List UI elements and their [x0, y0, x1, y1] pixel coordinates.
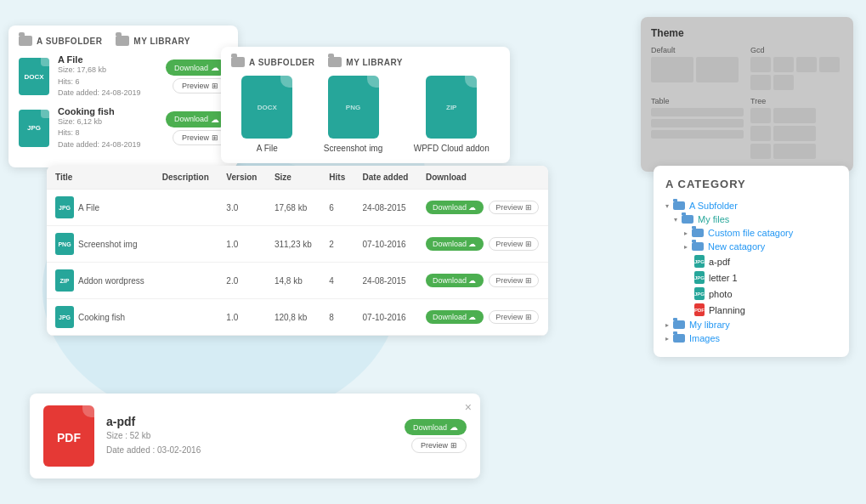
preview-btn[interactable]: Preview ⊞: [489, 274, 539, 287]
download-btn[interactable]: Download ☁: [426, 310, 484, 324]
tree-item[interactable]: ▸ My library: [665, 318, 837, 331]
png-large-icon: PNG: [328, 76, 379, 139]
table-cell-download: Download ☁ Preview ⊞: [417, 263, 548, 299]
card-icon-grid-header: A SUBFOLDER MY LIBRARY: [231, 57, 500, 67]
preview-btn[interactable]: Preview ⊞: [489, 237, 539, 251]
jpg-icon: JPG: [19, 110, 49, 147]
pdf-info: Size : 52 kb Date added : 03-02-2016: [106, 428, 393, 457]
icon-file-zip[interactable]: ZIP WPFD Cloud addon: [414, 76, 490, 153]
file-name-2: Cooking fish: [58, 106, 157, 116]
tree-item[interactable]: ▸ New catagory: [665, 240, 837, 253]
theme-default-label: Default: [651, 46, 744, 54]
download-btn[interactable]: Download ☁: [426, 274, 484, 287]
docx-icon: DOCX: [19, 58, 49, 95]
theme-box[interactable]: [773, 108, 816, 123]
tree-label: Planning: [709, 305, 745, 315]
table-row: JPG Cooking fish 1.0 120,8 kb 8 07-10-20…: [47, 299, 548, 336]
file-name: Addon wordpress: [78, 276, 144, 286]
table-header-row: Title Description Version Size Hits Date…: [47, 166, 548, 190]
theme-box[interactable]: [773, 144, 816, 159]
tree-item[interactable]: ▾ My files: [665, 212, 837, 226]
card-icon-grid: A SUBFOLDER MY LIBRARY DOCX A File PNG S…: [221, 47, 510, 163]
file-row-2: JPG Cooking fish Size: 6,12 kb Hits: 8 D…: [19, 106, 228, 151]
expand-icon-2: ⊞: [212, 133, 218, 142]
folder-icon: [231, 57, 245, 67]
tree-arrow: ▸: [684, 229, 688, 237]
icon-grid: DOCX A File PNG Screenshot img ZIP WPFD …: [231, 76, 500, 153]
table-row: PNG Screenshot img 1.0 311,23 kb 2 07-10…: [47, 226, 548, 263]
download-button-2[interactable]: Download ☁: [166, 111, 228, 127]
table-cell-size: 17,68 kb: [266, 190, 320, 226]
theme-box[interactable]: [773, 75, 794, 90]
theme-tree-label: Tree: [750, 97, 843, 105]
expand-icon: ⊞: [212, 82, 218, 90]
tree-item[interactable]: ▸ Custom file catagory: [665, 226, 837, 240]
table-cell-download: Download ☁ Preview ⊞: [417, 226, 548, 263]
tree-label: My files: [698, 214, 729, 224]
tree-item[interactable]: JPGa-pdf: [665, 253, 837, 269]
theme-box[interactable]: [750, 144, 771, 159]
library-label: MY LIBRARY: [133, 37, 190, 46]
card-small-list-header: A SUBFOLDER MY LIBRARY: [19, 36, 228, 46]
col-hits: Hits: [320, 166, 354, 190]
theme-box[interactable]: [773, 126, 816, 141]
file-name: Cooking fish: [78, 313, 125, 322]
table-cell-download: Download ☁ Preview ⊞: [417, 299, 548, 336]
icon-grid-subfolder-tag: A SUBFOLDER: [231, 57, 314, 67]
theme-box[interactable]: [696, 57, 739, 82]
close-button[interactable]: ×: [465, 400, 472, 414]
table-cell-date: 07-10-2016: [354, 226, 417, 263]
tree-arrow: ▸: [665, 335, 669, 343]
tree-item[interactable]: JPGletter 1: [665, 269, 837, 286]
folder-icon: [116, 36, 129, 46]
subfolder-tag: A SUBFOLDER: [19, 36, 102, 46]
category-title: A CATEGORY: [665, 178, 837, 190]
theme-box[interactable]: [651, 119, 744, 127]
pdf-preview-button[interactable]: Preview ⊞: [411, 438, 467, 453]
file-type-icon: JPG: [55, 306, 74, 328]
theme-box[interactable]: [750, 75, 771, 90]
table-cell-name: JPG Cooking fish: [47, 299, 154, 336]
file-type-icon: ZIP: [55, 269, 74, 292]
table-cell-date: 07-10-2016: [354, 299, 417, 336]
theme-table-label: Table: [651, 97, 744, 105]
preview-btn[interactable]: Preview ⊞: [489, 310, 539, 324]
folder-icon: [19, 36, 32, 46]
download-btn[interactable]: Download ☁: [426, 237, 484, 251]
theme-box[interactable]: [819, 57, 840, 72]
tree-item[interactable]: ▸ Images: [665, 331, 837, 345]
table-cell-desc: [154, 190, 218, 226]
theme-box[interactable]: [750, 126, 771, 141]
table-cell-date: 24-08-2015: [354, 190, 417, 226]
theme-box[interactable]: [651, 108, 744, 116]
tree-item[interactable]: PDFPlanning: [665, 302, 837, 318]
zip-large-icon: ZIP: [426, 76, 477, 139]
file-icon: JPG: [694, 287, 705, 300]
download-button-1[interactable]: Download ☁: [166, 59, 228, 76]
theme-box[interactable]: [651, 130, 744, 139]
download-btn[interactable]: Download ☁: [426, 201, 484, 214]
pdf-download-button[interactable]: Download ☁: [405, 419, 467, 435]
table-cell-name: JPG A File: [47, 190, 154, 226]
tree-item[interactable]: JPGphoto: [665, 286, 837, 302]
theme-box[interactable]: [651, 57, 693, 82]
preview-btn[interactable]: Preview ⊞: [489, 201, 539, 214]
tree-arrow: ▸: [665, 321, 669, 329]
theme-box[interactable]: [796, 57, 817, 72]
tree-item[interactable]: ▾ A Subfolder: [665, 199, 837, 212]
icon-file-docx[interactable]: DOCX A File: [241, 76, 292, 153]
preview-button-1[interactable]: Preview ⊞: [173, 78, 228, 93]
card-small-list: A SUBFOLDER MY LIBRARY DOCX A File Size:…: [8, 25, 238, 167]
preview-button-2[interactable]: Preview ⊞: [173, 130, 228, 145]
file-meta-1: A File Size: 17,68 kb Hits: 6 Date added…: [58, 54, 157, 99]
theme-box[interactable]: [750, 57, 771, 72]
card-category: A CATEGORY ▾ A Subfolder▾ My files▸ Cust…: [654, 166, 849, 357]
icon-file-png[interactable]: PNG Screenshot img: [324, 76, 382, 153]
icon-file-zip-label: WPFD Cloud addon: [414, 144, 490, 153]
theme-box[interactable]: [750, 108, 771, 123]
library-tag: MY LIBRARY: [116, 36, 190, 46]
theme-table: Table: [651, 97, 744, 161]
theme-box[interactable]: [773, 57, 794, 72]
pdf-title: a-pdf: [106, 415, 393, 428]
folder-icon-lib: [328, 57, 342, 67]
